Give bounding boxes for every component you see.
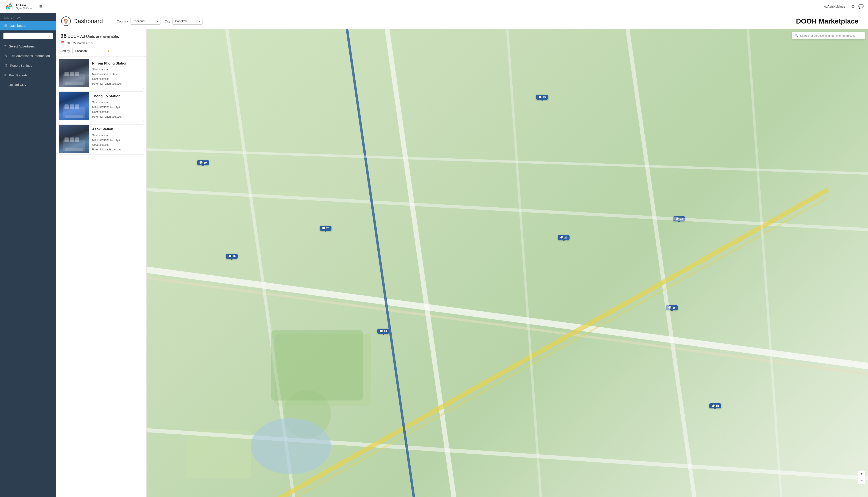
nav-section-label: NAVIGATION [0, 13, 56, 21]
edit-advertiser-icon: ✎ [4, 54, 7, 58]
listings-list: Phrom Phong Station Size: xxx xxx Min Du… [56, 57, 146, 497]
svg-line-17 [748, 29, 788, 497]
map-roads [147, 29, 868, 497]
content-area: 🏠 Dashboard Country Thailand Singapore M… [56, 13, 868, 497]
user-menu[interactable]: AdAsiaHoldings ▾ [824, 5, 848, 8]
sidebar-item-upload-csv[interactable]: ↑ Upload CSV [0, 80, 56, 89]
dash-title-area: 🏠 Dashboard Country Thailand Singapore M… [61, 16, 796, 26]
map-area[interactable]: 🔍 Search for attractions, airports, or a… [147, 29, 868, 497]
logo-area: AdAsia Digital Platform [4, 2, 32, 11]
sort-select[interactable]: Location Price Duration Reach [72, 48, 111, 54]
dooh-marketplace-title: DOOH Marketplace [796, 17, 863, 25]
svg-point-18 [251, 418, 331, 474]
svg-line-4 [147, 270, 868, 366]
top-header: AdAsia Digital Platform ≡ AdAsiaHoldings… [0, 0, 868, 13]
city-filter-group: City Bangkok Chiang Mai Phuket [165, 18, 203, 25]
map-zoom-controls: + − [858, 470, 865, 484]
listing-name-thong-lo: Thong Lo Station [92, 94, 141, 98]
svg-line-16 [507, 29, 547, 497]
user-name: AdAsiaHoldings [824, 5, 845, 8]
listing-info-thong-lo: Thong Lo Station Size: xxx xxx Min Durat… [89, 92, 144, 122]
listing-name-asok: Asok Station [92, 127, 141, 131]
sidebar-label-select-advertisers: Select Advertisers [9, 44, 35, 48]
calendar-icon: 📅 [60, 41, 65, 45]
sidebar-dropdown[interactable]: ▾ [3, 32, 53, 39]
country-select[interactable]: Thailand Singapore Malaysia Indonesia [130, 18, 160, 25]
listings-meta: 98 DOOH Ad Units are available. 📅 20 - 2… [56, 29, 146, 57]
city-select[interactable]: Bangkok Chiang Mai Phuket [172, 18, 203, 25]
listing-card-thong-lo[interactable]: Thong Lo Station Size: xxx xxx Min Durat… [59, 91, 144, 122]
svg-rect-19 [271, 330, 363, 400]
listing-card-asok[interactable]: Asok Station Size: xxx xxx Min Duration:… [59, 125, 144, 155]
sidebar: NAVIGATION ⊞ Dashboard ▾ ≡ Select Advert… [0, 13, 56, 497]
city-select-wrapper: Bangkok Chiang Mai Phuket [172, 18, 203, 25]
listing-card-phrom-phong[interactable]: Phrom Phong Station Size: xxx xxx Min Du… [59, 59, 144, 89]
sidebar-item-report-settings[interactable]: ⚙ Report Settings [0, 61, 56, 70]
main-panel: 98 DOOH Ad Units are available. 📅 20 - 2… [56, 29, 868, 497]
sort-select-wrapper: Location Price Duration Reach [72, 48, 111, 54]
home-icon-circle: 🏠 [61, 16, 71, 26]
listing-info-asok: Asok Station Size: xxx xxx Min Duration:… [89, 125, 144, 155]
svg-line-6 [387, 29, 467, 497]
sidebar-item-past-reports[interactable]: ≡ Past Reports [0, 70, 56, 80]
date-range-text: 20 - 25 March 2019 [67, 41, 92, 45]
sidebar-item-dashboard[interactable]: ⊞ Dashboard [0, 21, 56, 30]
sidebar-label-edit-advertiser: Edit Advertiser's Information [10, 54, 50, 58]
report-settings-icon: ⚙ [4, 63, 7, 68]
date-range: 📅 20 - 25 March 2019 [60, 41, 142, 45]
sidebar-label-report-settings: Report Settings [10, 64, 32, 67]
logo-text: AdAsia Digital Platform [16, 3, 32, 10]
city-label: City [165, 19, 171, 23]
country-filter-group: Country Thailand Singapore Malaysia Indo… [117, 18, 160, 25]
svg-line-14 [147, 149, 868, 173]
dropdown-arrow-icon: ▾ [49, 34, 50, 38]
map-search-bar[interactable]: 🔍 Search for attractions, airports, or a… [792, 32, 865, 39]
main-layout: NAVIGATION ⊞ Dashboard ▾ ≡ Select Advert… [0, 13, 868, 497]
dashboard-icon: ⊞ [4, 24, 7, 28]
map-zoom-out-button[interactable]: − [858, 477, 865, 484]
map-search-text: Search for attractions, airports, or add… [800, 34, 855, 37]
page-title: Dashboard [73, 18, 103, 25]
listing-image-thong-lo [59, 92, 89, 120]
dropdown-placeholder [6, 34, 7, 38]
listing-details-thong-lo: Size: xxx xxx Min Duration: 14 Days Cost… [92, 100, 141, 119]
hamburger-button[interactable]: ≡ [40, 4, 42, 9]
user-dropdown-arrow: ▾ [847, 5, 848, 8]
map-placeholder: 🔍 Search for attractions, airports, or a… [147, 29, 868, 497]
listing-details-phrom-phong: Size: xxx xxx Min Duration: 7 Days Cost:… [92, 67, 141, 86]
upload-csv-icon: ↑ [4, 83, 6, 87]
select-advertisers-icon: ≡ [4, 44, 6, 48]
message-icon[interactable]: 💬 [858, 4, 864, 9]
filter-row: Country Thailand Singapore Malaysia Indo… [117, 18, 203, 25]
sidebar-label-dashboard: Dashboard [10, 24, 26, 27]
map-zoom-in-button[interactable]: + [858, 470, 865, 477]
past-reports-icon: ≡ [4, 73, 6, 77]
country-label: Country [117, 19, 128, 23]
country-select-wrapper: Thailand Singapore Malaysia Indonesia [130, 18, 160, 25]
units-available: 98 DOOH Ad Units are available. [60, 32, 142, 39]
dashboard-header: 🏠 Dashboard Country Thailand Singapore M… [56, 13, 868, 29]
listings-panel: 98 DOOH Ad Units are available. 📅 20 - 2… [56, 29, 147, 497]
svg-line-5 [147, 278, 868, 374]
sidebar-label-upload-csv: Upload CSV [9, 83, 27, 87]
header-left: AdAsia Digital Platform ≡ [4, 2, 42, 11]
settings-icon[interactable]: ⚙ [851, 4, 855, 9]
listing-details-asok: Size: xxx xxx Min Duration: 14 Days Cost… [92, 133, 141, 152]
listing-image-phrom-phong [59, 59, 89, 87]
sort-label: Sort by [60, 49, 70, 53]
svg-line-13 [347, 29, 427, 497]
header-right: AdAsiaHoldings ▾ ⚙ 💬 [824, 4, 864, 9]
units-text: DOOH Ad Units are available. [68, 34, 119, 39]
listing-name-phrom-phong: Phrom Phong Station [92, 61, 141, 66]
logo-icon [4, 2, 13, 11]
sidebar-item-edit-advertiser[interactable]: ✎ Edit Advertiser's Information [0, 51, 56, 61]
sidebar-item-select-advertisers[interactable]: ≡ Select Advertisers [0, 41, 56, 51]
listing-image-asok [59, 125, 89, 153]
sort-row: Sort by Location Price Duration Reach [60, 48, 142, 54]
units-count: 98 [60, 32, 67, 39]
listing-info-phrom-phong: Phrom Phong Station Size: xxx xxx Min Du… [89, 59, 144, 89]
sidebar-label-past-reports: Past Reports [9, 73, 28, 77]
map-search-icon: 🔍 [795, 34, 798, 37]
